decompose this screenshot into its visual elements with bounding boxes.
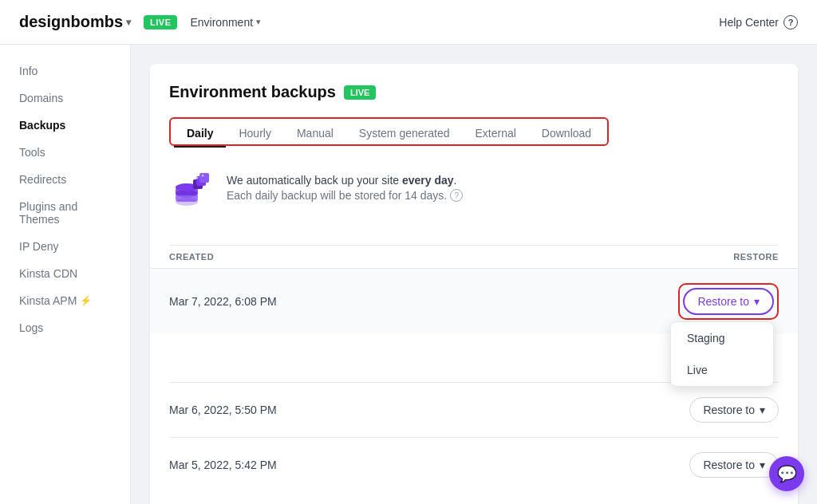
- tab-manual[interactable]: Manual: [284, 120, 346, 148]
- tab-daily[interactable]: Daily: [174, 120, 226, 148]
- lightning-icon: ⚡: [80, 295, 92, 306]
- sidebar-item-kinsta-cdn[interactable]: Kinsta CDN: [0, 260, 130, 287]
- restore-dropdown-wrapper: Restore to ▾ Staging Live: [678, 283, 779, 320]
- row-3-date: Mar 5, 2022, 5:42 PM: [169, 459, 277, 471]
- info-line-1: We automatically back up your site every…: [227, 171, 463, 189]
- svg-point-8: [196, 177, 199, 179]
- restore-to-button-3[interactable]: Restore to ▾: [689, 452, 779, 478]
- chat-icon: 💬: [777, 464, 797, 483]
- svg-point-9: [202, 175, 204, 177]
- environment-selector[interactable]: Environment ▾: [190, 16, 261, 29]
- dropdown-option-live[interactable]: Live: [671, 354, 773, 386]
- info-section: We automatically back up your site every…: [169, 165, 779, 222]
- sidebar-item-plugins-themes[interactable]: Plugins and Themes: [0, 193, 130, 233]
- header: designbombs ▾ LIVE Environment ▾ Help Ce…: [0, 0, 817, 45]
- sidebar-item-kinsta-apm[interactable]: Kinsta APM ⚡: [0, 287, 130, 314]
- layout: Info Domains Backups Tools Redirects Plu…: [0, 45, 817, 504]
- svg-rect-7: [199, 173, 209, 183]
- help-center-label: Help Center: [719, 16, 779, 29]
- help-center-link[interactable]: Help Center ?: [719, 15, 798, 30]
- tabs-row: Daily Hourly Manual System generated Ext…: [174, 120, 604, 143]
- info-line-2: Each daily backup will be stored for 14 …: [227, 189, 463, 202]
- sidebar-item-ip-deny[interactable]: IP Deny: [0, 233, 130, 260]
- sidebar-item-domains[interactable]: Domains: [0, 85, 130, 112]
- restore-to-button-1[interactable]: Restore to ▾: [683, 288, 774, 315]
- sidebar-item-backups[interactable]: Backups: [0, 112, 130, 139]
- content-card: Environment backups LIVE Daily Hourly Ma…: [150, 64, 798, 504]
- table-row-3: Mar 5, 2022, 5:42 PM Restore to ▾: [169, 437, 779, 492]
- restore-dropdown-menu: Staging Live: [670, 321, 774, 387]
- col-header-restore: RESTORE: [733, 252, 779, 262]
- restore-chevron-3-icon: ▾: [760, 459, 765, 471]
- page-title-row: Environment backups LIVE: [169, 83, 779, 101]
- restore-to-button-2[interactable]: Restore to ▾: [689, 397, 779, 423]
- table-header: CREATED RESTORE: [169, 245, 779, 268]
- environment-label: Environment: [190, 16, 253, 29]
- sidebar-item-info[interactable]: Info: [0, 57, 130, 85]
- environment-chevron-icon: ▾: [256, 17, 261, 27]
- restore-chevron-icon: ▾: [754, 295, 760, 308]
- page-title: Environment backups: [169, 83, 336, 101]
- chat-bubble-button[interactable]: 💬: [769, 456, 804, 491]
- sidebar-item-tools[interactable]: Tools: [0, 139, 130, 166]
- tab-hourly[interactable]: Hourly: [226, 120, 283, 148]
- header-live-badge: LIVE: [144, 15, 177, 30]
- info-text-block: We automatically back up your site every…: [227, 171, 463, 202]
- col-header-created: CREATED: [169, 252, 214, 262]
- logo-chevron-icon: ▾: [126, 17, 131, 28]
- title-live-badge: LIVE: [344, 85, 376, 100]
- dropdown-option-staging[interactable]: Staging: [671, 322, 773, 354]
- logo-text: designbombs: [19, 13, 123, 31]
- table-row-1: Mar 7, 2022, 6:08 PM Restore to ▾ Stagin…: [150, 268, 798, 334]
- sidebar-item-logs[interactable]: Logs: [0, 314, 130, 341]
- header-left: designbombs ▾ LIVE Environment ▾: [19, 13, 261, 31]
- logo[interactable]: designbombs ▾: [19, 13, 131, 31]
- table-row-2: Mar 6, 2022, 5:50 PM Restore to ▾: [169, 382, 779, 437]
- tabs-highlight-box: Daily Hourly Manual System generated Ext…: [169, 117, 609, 146]
- sidebar: Info Domains Backups Tools Redirects Plu…: [0, 45, 131, 504]
- backup-icon: [169, 171, 214, 216]
- restore-chevron-2-icon: ▾: [760, 404, 765, 416]
- row-1-date: Mar 7, 2022, 6:08 PM: [169, 295, 277, 308]
- restore-highlight-area: Restore to ▾ Staging Live: [678, 283, 779, 320]
- sidebar-item-redirects[interactable]: Redirects: [0, 166, 130, 193]
- help-icon: ?: [783, 15, 798, 30]
- row-2-date: Mar 6, 2022, 5:50 PM: [169, 404, 277, 416]
- tab-download[interactable]: Download: [529, 120, 604, 148]
- main-content: Environment backups LIVE Daily Hourly Ma…: [131, 45, 817, 504]
- tab-external[interactable]: External: [462, 120, 528, 148]
- tab-system-generated[interactable]: System generated: [346, 120, 463, 148]
- info-circle-icon: ?: [450, 189, 463, 202]
